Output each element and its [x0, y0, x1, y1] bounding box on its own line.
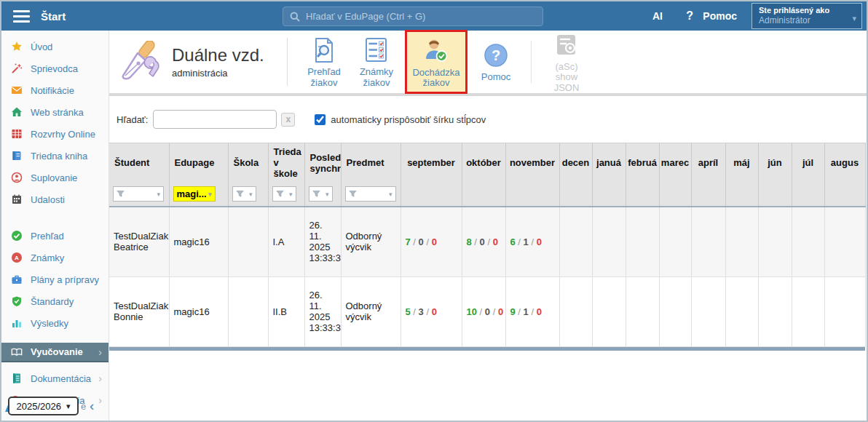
filter-dropdown-predmet[interactable]: ▾	[345, 186, 396, 202]
column-header-m04[interactable]: apríl	[691, 143, 725, 183]
help-button[interactable]: Pomoc	[703, 10, 737, 22]
cell-skola[interactable]	[228, 276, 268, 346]
column-header-m01[interactable]: januá	[592, 143, 626, 183]
column-header-m10[interactable]: október	[462, 143, 505, 183]
cell-predmet[interactable]: Odborný výcvik	[341, 276, 401, 346]
prehlad-ziakov-button[interactable]: Prehľadžiakov	[300, 36, 348, 88]
cell-m12[interactable]	[559, 207, 592, 276]
filter-cell-m11	[505, 182, 559, 207]
cell-m05[interactable]	[725, 276, 758, 346]
sidebar-item-notifikacie[interactable]: Notifikácie	[1, 79, 108, 101]
cell-m04[interactable]	[691, 276, 725, 346]
menu-icon[interactable]	[13, 10, 30, 23]
cell-m04[interactable]	[691, 207, 725, 276]
cell-m09[interactable]: 5 / 3 / 0	[401, 276, 462, 346]
column-header-student[interactable]: Študent	[109, 143, 169, 183]
cell-m06[interactable]	[758, 207, 792, 276]
sidebar-item-plany-a-pripravy[interactable]: Plány a prípravy	[1, 268, 108, 290]
column-header-m06[interactable]: jún	[758, 143, 792, 183]
sidebar-item-vyucovanie[interactable]: Vyučovanie ›	[1, 343, 108, 362]
filter-cell-trieda: ▾	[268, 182, 304, 207]
cell-predmet[interactable]: Odborný výcvik	[341, 207, 401, 276]
column-header-m08[interactable]: augus	[824, 143, 865, 183]
horizontal-scrollbar[interactable]	[109, 347, 865, 351]
column-header-m09[interactable]: september	[401, 143, 462, 183]
sidebar-item-udalosti[interactable]: Udalosti	[1, 188, 108, 210]
svg-text:A: A	[15, 255, 19, 261]
cell-m09[interactable]: 7 / 0 / 0	[401, 207, 462, 276]
grade-icon: A	[11, 252, 23, 263]
cell-m10[interactable]: 10 / 0 / 0	[462, 276, 505, 346]
filter-cell-m12	[559, 182, 592, 207]
cell-synchr[interactable]: 26. 11. 2025 13:33:36	[304, 207, 341, 276]
house-icon	[11, 106, 23, 118]
cell-m06[interactable]	[758, 276, 792, 346]
cell-m02[interactable]	[626, 276, 659, 346]
sidebar-item-standardy[interactable]: Štandardy	[1, 290, 108, 312]
column-header-m07[interactable]: júl	[792, 143, 824, 183]
search-input[interactable]	[306, 11, 536, 22]
cell-trieda[interactable]: II.B	[268, 276, 304, 346]
sidebar-item-znamky[interactable]: A Známky	[1, 247, 108, 268]
sidebar-item-suplovanie[interactable]: Suplovanie	[1, 167, 108, 188]
cell-m10[interactable]: 8 / 0 / 0	[462, 207, 505, 276]
filter-cell-synchr: ▾	[304, 182, 341, 207]
cell-student[interactable]: TestDualZiak Beatrice	[109, 207, 169, 276]
column-header-synchr[interactable]: Posled synchr	[304, 143, 341, 183]
filter-dropdown-edupage[interactable]: magi...▾	[173, 186, 216, 202]
sidebar-item-uvod[interactable]: Úvod	[1, 36, 108, 57]
autofit-checkbox[interactable]	[315, 114, 326, 125]
funnel-icon	[312, 190, 320, 198]
sidebar-item-dokumentacia[interactable]: Dokumentácia ›	[1, 367, 108, 389]
filter-dropdown-trieda[interactable]: ▾	[272, 186, 296, 202]
pomoc-button[interactable]: ? Pomoc	[472, 41, 520, 82]
column-header-trieda[interactable]: Trieda v škole	[268, 143, 304, 183]
column-header-skola[interactable]: Škola	[228, 143, 268, 183]
sidebar-item-rozvrhy-online[interactable]: Rozvrhy Online	[1, 123, 108, 145]
column-header-edupage[interactable]: Edupage	[169, 143, 228, 183]
filter-dropdown-synchr[interactable]: ▾	[309, 186, 333, 202]
cell-skola[interactable]	[228, 207, 268, 276]
cell-student[interactable]: TestDualZiak Bonnie	[109, 276, 169, 346]
cell-m11[interactable]: 9 / 1 / 0	[505, 276, 559, 346]
cell-m03[interactable]	[659, 207, 691, 276]
logged-in-user-dropdown[interactable]: Ste prihlásený ako Administrátor ▾	[751, 3, 862, 29]
cell-m03[interactable]	[659, 276, 691, 346]
cell-m05[interactable]	[725, 207, 758, 276]
cell-m07[interactable]	[792, 276, 824, 346]
collapse-sidebar-icon[interactable]: ‹	[90, 398, 94, 414]
ai-button[interactable]: AI	[652, 10, 663, 22]
cell-m08[interactable]	[824, 276, 865, 346]
cell-m01[interactable]	[592, 207, 626, 276]
start-button[interactable]: Štart	[41, 10, 66, 23]
cell-m12[interactable]	[559, 276, 592, 346]
cell-m11[interactable]: 6 / 1 / 0	[505, 207, 559, 276]
dochadzka-ziakov-button[interactable]: Dochádzkažiakov	[405, 30, 467, 95]
sidebar-item-sprievodca[interactable]: Sprievodca	[1, 57, 108, 79]
filter-dropdown-skola[interactable]: ▾	[232, 186, 256, 202]
cell-edupage[interactable]: magic16	[169, 276, 228, 346]
column-header-m02[interactable]: februá	[626, 143, 659, 183]
cell-trieda[interactable]: I.A	[268, 207, 304, 276]
cell-m02[interactable]	[626, 207, 659, 276]
znamky-ziakov-button[interactable]: Známkyžiakov	[352, 36, 401, 88]
sidebar-item-vysledky[interactable]: Výsledky	[1, 312, 108, 334]
sidebar-item-prehlad[interactable]: Prehľad	[1, 225, 108, 247]
cell-m07[interactable]	[792, 207, 824, 276]
cell-edupage[interactable]: magic16	[169, 207, 228, 276]
clear-search-button[interactable]: x	[281, 113, 295, 127]
help-question-icon[interactable]: ?	[686, 9, 693, 23]
table-search-input[interactable]	[153, 110, 277, 129]
school-year-select[interactable]: 2025/2026 ▾	[8, 397, 79, 415]
cell-m08[interactable]	[824, 207, 865, 276]
column-header-m11[interactable]: november	[505, 143, 559, 183]
cell-m01[interactable]	[592, 276, 626, 346]
column-header-m05[interactable]: máj	[725, 143, 758, 183]
column-header-m12[interactable]: decen	[559, 143, 592, 183]
filter-dropdown-student[interactable]: ▾	[113, 186, 164, 202]
column-header-predmet[interactable]: Predmet	[341, 143, 401, 183]
sidebar-item-web-stranka[interactable]: Web stránka	[1, 101, 108, 123]
column-header-m03[interactable]: marec	[659, 143, 691, 183]
cell-synchr[interactable]: 26. 11. 2025 13:33:39	[304, 276, 341, 346]
sidebar-item-triedna-kniha[interactable]: Triedna kniha	[1, 145, 108, 167]
